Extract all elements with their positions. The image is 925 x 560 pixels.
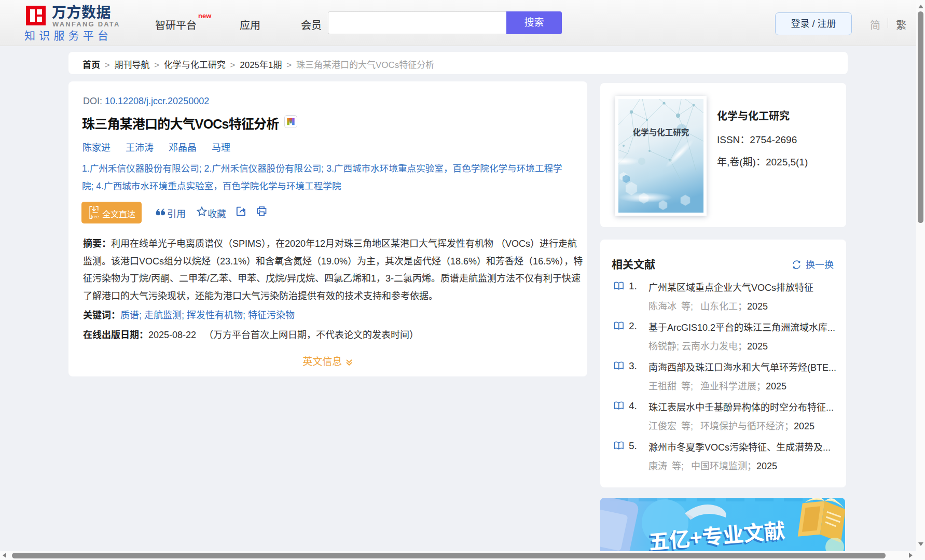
- svg-text:化学与化工研究: 化学与化工研究: [633, 126, 689, 137]
- svg-text:free: free: [91, 214, 99, 219]
